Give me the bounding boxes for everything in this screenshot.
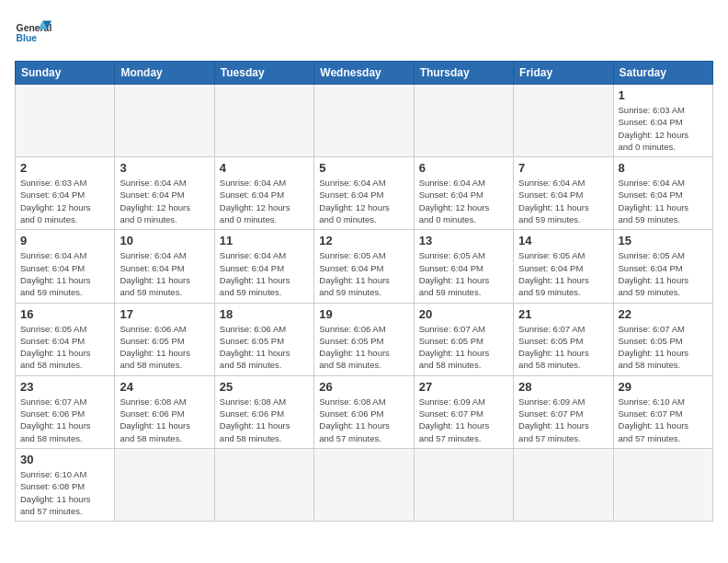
day-number: 24 bbox=[119, 380, 209, 394]
day-info: Sunrise: 6:03 AM Sunset: 6:04 PM Dayligh… bbox=[20, 177, 109, 225]
day-cell-14: 14Sunrise: 6:05 AM Sunset: 6:04 PM Dayli… bbox=[514, 230, 613, 303]
weekday-header-row: SundayMondayTuesdayWednesdayThursdayFrid… bbox=[16, 62, 713, 85]
day-info: Sunrise: 6:04 AM Sunset: 6:04 PM Dayligh… bbox=[220, 249, 309, 298]
day-number: 30 bbox=[20, 453, 109, 466]
logo-icon: General Blue bbox=[15, 15, 51, 52]
day-number: 20 bbox=[419, 307, 508, 321]
empty-day-cell bbox=[514, 85, 613, 157]
day-number: 19 bbox=[319, 307, 408, 321]
day-cell-10: 10Sunrise: 6:04 AM Sunset: 6:04 PM Dayli… bbox=[115, 230, 214, 303]
page-header: General Blue bbox=[15, 15, 713, 52]
day-number: 25 bbox=[220, 380, 309, 394]
day-info: Sunrise: 6:08 AM Sunset: 6:06 PM Dayligh… bbox=[220, 396, 309, 444]
day-number: 11 bbox=[220, 234, 309, 247]
empty-day-cell bbox=[214, 448, 313, 521]
day-info: Sunrise: 6:04 AM Sunset: 6:04 PM Dayligh… bbox=[20, 249, 109, 298]
calendar-row-1: 2Sunrise: 6:03 AM Sunset: 6:04 PM Daylig… bbox=[16, 157, 713, 230]
day-cell-1: 1Sunrise: 6:03 AM Sunset: 6:04 PM Daylig… bbox=[613, 85, 712, 157]
day-info: Sunrise: 6:04 AM Sunset: 6:04 PM Dayligh… bbox=[119, 177, 209, 225]
day-number: 23 bbox=[20, 380, 109, 394]
empty-day-cell bbox=[115, 448, 214, 521]
day-info: Sunrise: 6:06 AM Sunset: 6:05 PM Dayligh… bbox=[319, 323, 408, 372]
day-number: 29 bbox=[619, 380, 708, 394]
day-number: 13 bbox=[419, 234, 508, 247]
day-info: Sunrise: 6:10 AM Sunset: 6:07 PM Dayligh… bbox=[619, 396, 708, 444]
day-cell-15: 15Sunrise: 6:05 AM Sunset: 6:04 PM Dayli… bbox=[613, 230, 712, 303]
day-number: 2 bbox=[20, 161, 109, 175]
day-info: Sunrise: 6:07 AM Sunset: 6:05 PM Dayligh… bbox=[518, 323, 608, 372]
day-cell-24: 24Sunrise: 6:08 AM Sunset: 6:06 PM Dayli… bbox=[115, 375, 214, 448]
weekday-header-saturday: Saturday bbox=[613, 62, 712, 85]
day-info: Sunrise: 6:04 AM Sunset: 6:04 PM Dayligh… bbox=[220, 177, 309, 225]
weekday-header-wednesday: Wednesday bbox=[314, 62, 414, 85]
empty-day-cell bbox=[214, 85, 313, 157]
day-cell-18: 18Sunrise: 6:06 AM Sunset: 6:05 PM Dayli… bbox=[214, 303, 313, 375]
calendar-table: SundayMondayTuesdayWednesdayThursdayFrid… bbox=[15, 61, 713, 522]
day-cell-17: 17Sunrise: 6:06 AM Sunset: 6:05 PM Dayli… bbox=[115, 303, 214, 375]
day-cell-2: 2Sunrise: 6:03 AM Sunset: 6:04 PM Daylig… bbox=[16, 157, 115, 230]
day-info: Sunrise: 6:05 AM Sunset: 6:04 PM Dayligh… bbox=[619, 249, 708, 298]
calendar-row-0: 1Sunrise: 6:03 AM Sunset: 6:04 PM Daylig… bbox=[16, 85, 713, 157]
empty-day-cell bbox=[115, 85, 214, 157]
weekday-header-tuesday: Tuesday bbox=[214, 62, 313, 85]
day-info: Sunrise: 6:04 AM Sunset: 6:04 PM Dayligh… bbox=[119, 249, 209, 298]
day-info: Sunrise: 6:10 AM Sunset: 6:08 PM Dayligh… bbox=[20, 468, 109, 517]
day-cell-8: 8Sunrise: 6:04 AM Sunset: 6:04 PM Daylig… bbox=[613, 157, 712, 230]
day-info: Sunrise: 6:08 AM Sunset: 6:06 PM Dayligh… bbox=[119, 396, 209, 444]
day-info: Sunrise: 6:04 AM Sunset: 6:04 PM Dayligh… bbox=[619, 177, 708, 225]
empty-day-cell bbox=[16, 85, 115, 157]
day-info: Sunrise: 6:06 AM Sunset: 6:05 PM Dayligh… bbox=[119, 323, 209, 372]
day-cell-3: 3Sunrise: 6:04 AM Sunset: 6:04 PM Daylig… bbox=[115, 157, 214, 230]
day-number: 10 bbox=[119, 234, 209, 247]
day-cell-25: 25Sunrise: 6:08 AM Sunset: 6:06 PM Dayli… bbox=[214, 375, 313, 448]
day-cell-22: 22Sunrise: 6:07 AM Sunset: 6:05 PM Dayli… bbox=[613, 303, 712, 375]
day-number: 21 bbox=[518, 307, 608, 321]
day-number: 4 bbox=[220, 161, 309, 175]
day-cell-7: 7Sunrise: 6:04 AM Sunset: 6:04 PM Daylig… bbox=[514, 157, 613, 230]
day-number: 16 bbox=[20, 307, 109, 321]
day-info: Sunrise: 6:04 AM Sunset: 6:04 PM Dayligh… bbox=[419, 177, 508, 225]
day-cell-19: 19Sunrise: 6:06 AM Sunset: 6:05 PM Dayli… bbox=[314, 303, 414, 375]
empty-day-cell bbox=[613, 448, 712, 521]
day-cell-20: 20Sunrise: 6:07 AM Sunset: 6:05 PM Dayli… bbox=[414, 303, 513, 375]
day-cell-11: 11Sunrise: 6:04 AM Sunset: 6:04 PM Dayli… bbox=[214, 230, 313, 303]
day-cell-29: 29Sunrise: 6:10 AM Sunset: 6:07 PM Dayli… bbox=[613, 375, 712, 448]
day-number: 27 bbox=[419, 380, 508, 394]
day-number: 17 bbox=[119, 307, 209, 321]
svg-text:Blue: Blue bbox=[17, 33, 38, 43]
day-info: Sunrise: 6:05 AM Sunset: 6:04 PM Dayligh… bbox=[319, 249, 408, 298]
day-number: 8 bbox=[619, 161, 708, 175]
day-cell-26: 26Sunrise: 6:08 AM Sunset: 6:06 PM Dayli… bbox=[314, 375, 414, 448]
calendar-row-2: 9Sunrise: 6:04 AM Sunset: 6:04 PM Daylig… bbox=[16, 230, 713, 303]
calendar-row-5: 30Sunrise: 6:10 AM Sunset: 6:08 PM Dayli… bbox=[16, 448, 713, 521]
day-number: 22 bbox=[619, 307, 708, 321]
day-cell-28: 28Sunrise: 6:09 AM Sunset: 6:07 PM Dayli… bbox=[514, 375, 613, 448]
day-cell-13: 13Sunrise: 6:05 AM Sunset: 6:04 PM Dayli… bbox=[414, 230, 513, 303]
day-number: 18 bbox=[220, 307, 309, 321]
day-cell-4: 4Sunrise: 6:04 AM Sunset: 6:04 PM Daylig… bbox=[214, 157, 313, 230]
day-cell-21: 21Sunrise: 6:07 AM Sunset: 6:05 PM Dayli… bbox=[514, 303, 613, 375]
day-cell-12: 12Sunrise: 6:05 AM Sunset: 6:04 PM Dayli… bbox=[314, 230, 414, 303]
weekday-header-friday: Friday bbox=[514, 62, 613, 85]
weekday-header-thursday: Thursday bbox=[414, 62, 513, 85]
day-cell-16: 16Sunrise: 6:05 AM Sunset: 6:04 PM Dayli… bbox=[16, 303, 115, 375]
day-cell-23: 23Sunrise: 6:07 AM Sunset: 6:06 PM Dayli… bbox=[16, 375, 115, 448]
day-number: 26 bbox=[319, 380, 408, 394]
day-number: 12 bbox=[319, 234, 408, 247]
day-info: Sunrise: 6:05 AM Sunset: 6:04 PM Dayligh… bbox=[518, 249, 608, 298]
day-number: 7 bbox=[518, 161, 608, 175]
day-cell-30: 30Sunrise: 6:10 AM Sunset: 6:08 PM Dayli… bbox=[16, 448, 115, 521]
day-info: Sunrise: 6:07 AM Sunset: 6:06 PM Dayligh… bbox=[20, 396, 109, 444]
day-info: Sunrise: 6:06 AM Sunset: 6:05 PM Dayligh… bbox=[220, 323, 309, 372]
empty-day-cell bbox=[314, 85, 414, 157]
day-number: 1 bbox=[619, 88, 708, 102]
empty-day-cell bbox=[414, 85, 513, 157]
day-number: 3 bbox=[119, 161, 209, 175]
logo: General Blue bbox=[15, 15, 51, 52]
day-info: Sunrise: 6:03 AM Sunset: 6:04 PM Dayligh… bbox=[619, 104, 708, 153]
day-number: 5 bbox=[319, 161, 408, 175]
weekday-header-sunday: Sunday bbox=[16, 62, 115, 85]
day-info: Sunrise: 6:07 AM Sunset: 6:05 PM Dayligh… bbox=[619, 323, 708, 372]
day-info: Sunrise: 6:07 AM Sunset: 6:05 PM Dayligh… bbox=[419, 323, 508, 372]
weekday-header-monday: Monday bbox=[115, 62, 214, 85]
